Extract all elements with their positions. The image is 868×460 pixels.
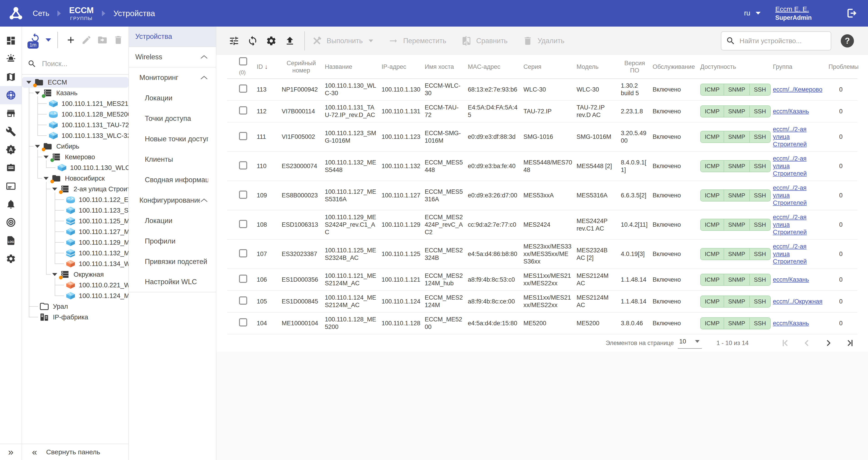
group-link[interactable]: eccm/../2-ая улица Строителей	[773, 126, 807, 148]
tree-item-device[interactable]: 100.110.1.132_MES5	[22, 248, 128, 259]
language-selector[interactable]: ru	[744, 9, 761, 17]
rail-expand-button[interactable]: »	[0, 444, 22, 460]
rail-item-licenses[interactable]	[0, 159, 22, 177]
first-page-button[interactable]	[780, 338, 790, 348]
select-all-checkbox[interactable]	[239, 57, 247, 65]
row-checkbox[interactable]	[239, 318, 247, 326]
menu-item-subnet-bindings[interactable]: Привязки подсетей	[129, 252, 216, 272]
tree-item-folder[interactable]: Сибирь	[22, 141, 128, 152]
rail-item-firmware[interactable]	[0, 141, 22, 159]
rail-item-alarms[interactable]	[0, 50, 22, 68]
delete-button[interactable]: Удалить	[523, 36, 564, 46]
group-link[interactable]: eccm/../2-ая улица Строителей	[773, 214, 807, 236]
tree-item-group[interactable]: 2-ая улица Строител	[22, 184, 128, 195]
column-header-problems[interactable]: Проблемы	[829, 55, 857, 79]
tree-item-group[interactable]: Окружная	[22, 269, 128, 280]
tree-item-device[interactable]: 100.110.1.121_MES2124M	[22, 98, 128, 109]
column-header-availability[interactable]: Доступность	[700, 55, 773, 79]
auto-refresh-button[interactable]: 1m	[28, 33, 42, 47]
device-row[interactable]: 105 ES1D000845 100.110.1.124_MES2124M_AC…	[227, 291, 857, 312]
breadcrumb-network[interactable]: Сеть	[33, 9, 49, 18]
column-header-series[interactable]: Серия	[523, 55, 577, 79]
menu-item-wireless[interactable]: Wireless	[129, 47, 216, 67]
row-checkbox[interactable]	[239, 106, 247, 114]
group-link[interactable]: eccm/../2-ая улица Строителей	[773, 155, 807, 177]
move-group-button[interactable]	[96, 33, 109, 47]
rail-item-maps[interactable]	[0, 68, 22, 86]
column-header-serial[interactable]: Серийный номер	[282, 55, 325, 79]
rail-item-logs[interactable]: LOG	[0, 231, 22, 250]
refresh-dropdown-caret[interactable]	[45, 38, 51, 41]
menu-item-devices[interactable]: Устройства	[129, 27, 216, 47]
column-header-hostname[interactable]: Имя хоста	[425, 55, 468, 79]
next-page-button[interactable]	[824, 338, 834, 348]
menu-item-locations[interactable]: Локации	[129, 88, 216, 108]
tree-item-device[interactable]: 100.110.1.129_MES2	[22, 237, 128, 248]
rail-item-maintenance[interactable]	[0, 122, 22, 141]
device-row[interactable]: 110 ES23000074 100.110.1.132_MES5448 100…	[227, 151, 857, 181]
tree-item-root[interactable]: ECCM	[22, 77, 128, 88]
expander-caret-icon[interactable]	[26, 81, 31, 84]
delete-group-button[interactable]	[112, 33, 125, 47]
menu-item-summary[interactable]: Сводная информация	[129, 170, 216, 190]
tree-item-device[interactable]: 100.110.1.125_MES2	[22, 216, 128, 227]
last-page-button[interactable]	[845, 338, 855, 348]
rail-item-dashboard[interactable]	[0, 32, 22, 50]
rail-item-cards[interactable]	[0, 177, 22, 195]
row-checkbox[interactable]	[239, 161, 247, 169]
menu-item-wlc-settings[interactable]: Настройки WLC	[129, 272, 216, 292]
menu-item-access-points[interactable]: Точки доступа	[129, 108, 216, 129]
column-header-name[interactable]: Название	[325, 55, 381, 79]
tree-item-folder[interactable]: IP-фабрика	[22, 312, 128, 322]
help-button[interactable]: ?	[841, 34, 854, 48]
tree-item-device[interactable]: 100.110.1.128_ME5200	[22, 109, 128, 120]
user-name-link[interactable]: Eccm E. E.	[775, 5, 809, 13]
rail-item-monitoring[interactable]	[0, 213, 22, 231]
tree-item-device[interactable]: 100.110.1.130_WLC-30	[22, 163, 128, 173]
move-button[interactable]: Переместить	[388, 36, 446, 46]
group-link[interactable]: eccm/../Окружная	[773, 298, 823, 305]
row-checkbox[interactable]	[239, 220, 247, 228]
row-checkbox[interactable]	[239, 296, 247, 305]
tree-item-device[interactable]: 100.110.1.127_MES5	[22, 227, 128, 237]
device-search-input[interactable]	[739, 37, 826, 45]
add-group-button[interactable]	[64, 33, 77, 47]
tree-item-device[interactable]: 100.110.1.122_ESR-	[22, 195, 128, 205]
group-link[interactable]: eccm/../Кемерово	[773, 86, 823, 93]
column-header-model[interactable]: Модель	[577, 55, 621, 79]
user-menu[interactable]: Eccm E. E. SuperAdmin	[775, 5, 812, 22]
column-header-id[interactable]: ID↓	[257, 55, 282, 79]
expander-caret-icon[interactable]	[35, 145, 40, 148]
column-header-maintenance[interactable]: Обслуживание	[653, 55, 700, 79]
expander-caret-icon[interactable]	[43, 155, 49, 159]
device-row[interactable]: 106 ES1D000356 100.110.1.121_MES2124M_AC…	[227, 269, 857, 291]
group-link[interactable]: eccm/../2-ая улица Строителей	[773, 243, 807, 265]
menu-item-profiles[interactable]: Профили	[129, 231, 216, 252]
row-checkbox[interactable]	[239, 249, 247, 257]
execute-button[interactable]: Выполнить	[312, 36, 373, 46]
rail-item-network[interactable]	[0, 86, 22, 104]
column-header-group[interactable]: Группа	[773, 55, 829, 79]
compare-button[interactable]: Сравнить	[461, 36, 507, 46]
items-per-page-select[interactable]: 10	[678, 338, 702, 349]
device-row[interactable]: 104 ME10000104 100.110.1.128_ME5200 100.…	[227, 312, 857, 334]
column-header-ip[interactable]: IP-адрес	[381, 55, 425, 79]
expander-caret-icon[interactable]	[43, 177, 49, 180]
menu-item-clients[interactable]: Клиенты	[129, 149, 216, 170]
group-link[interactable]: eccm/../2-ая улица Строителей	[773, 184, 807, 206]
group-link[interactable]: eccm/Казань	[773, 276, 809, 283]
edit-group-button[interactable]	[80, 33, 93, 47]
filter-button[interactable]	[227, 34, 241, 48]
row-checkbox[interactable]	[239, 275, 247, 283]
row-checkbox[interactable]	[239, 191, 247, 199]
expander-caret-icon[interactable]	[52, 273, 57, 276]
device-row[interactable]: 111 VI1F005002 100.110.1.123_SMG-1016M 1…	[227, 122, 857, 151]
upload-button[interactable]	[283, 34, 297, 48]
column-header-firmware[interactable]: Версия ПО	[621, 55, 653, 79]
expander-caret-icon[interactable]	[35, 91, 40, 94]
tree-search-input[interactable]	[41, 59, 123, 68]
column-header-mac[interactable]: MAC-адрес	[468, 55, 523, 79]
prev-page-button[interactable]	[802, 338, 812, 348]
rail-item-notifications[interactable]	[0, 195, 22, 213]
tree-item-group[interactable]: Казань	[22, 88, 128, 98]
